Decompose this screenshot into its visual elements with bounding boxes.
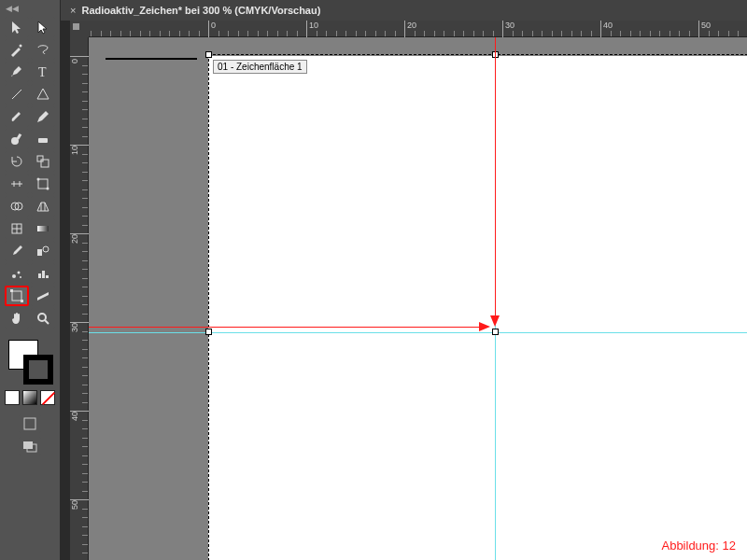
svg-rect-22 [42,271,45,278]
svg-rect-24 [12,291,21,301]
canvas-area[interactable]: 01 - Zeichenfläche 1 Abbildung: 12 [89,37,747,560]
direct-selection-tool[interactable] [31,17,55,37]
panel-gap [61,21,70,560]
svg-rect-23 [46,275,49,278]
svg-point-27 [38,314,46,321]
zoom-tool[interactable] [31,308,55,329]
perspective-grid-tool[interactable] [31,196,55,217]
pencil-tool[interactable] [31,106,55,127]
fill-stroke-swatch[interactable] [7,338,53,385]
pen-tool[interactable] [5,62,29,82]
ruler-v-label: 40 [70,411,89,423]
arrow-right-icon [479,322,490,331]
blend-tool[interactable] [31,241,55,261]
ruler-v-label: 30 [70,322,89,334]
figure-caption: Abbildung: 12 [661,539,736,553]
eyedropper-tool[interactable] [5,241,29,261]
ruler-origin[interactable] [70,21,89,37]
guide-horizontal[interactable] [89,332,747,333]
svg-point-17 [43,246,49,252]
selection-handle-mid-left[interactable] [205,329,212,335]
svg-rect-16 [37,249,42,256]
svg-rect-21 [38,273,41,278]
svg-rect-30 [23,441,33,449]
svg-rect-15 [37,226,49,231]
panel-collapse-icon[interactable]: ◀◀ [6,4,19,13]
svg-rect-26 [21,300,23,302]
color-mode-solid-icon[interactable] [5,390,20,405]
svg-line-2 [12,90,21,99]
color-mode-row [5,390,55,405]
shape-builder-tool[interactable] [5,196,29,217]
screen-mode-button[interactable] [19,437,41,455]
svg-rect-25 [10,289,13,292]
dark-segment [106,58,197,60]
document-tab-title[interactable]: Radioaktiv_Zeichen* bei 300 % (CMYK/Vors… [81,5,320,16]
horizontal-ruler[interactable]: 0102030405060 [89,21,747,37]
type-tool[interactable]: T [31,62,55,82]
tools-panel: ◀◀ T [0,0,61,560]
scale-tool[interactable] [31,151,55,172]
free-transform-tool[interactable] [31,174,55,194]
ruler-h-label: 0 [208,21,216,37]
color-mode-gradient-icon[interactable] [22,390,37,405]
slice-tool[interactable] [31,286,55,306]
paintbrush-tool[interactable] [5,106,29,127]
svg-rect-6 [38,138,48,143]
svg-point-18 [12,274,16,278]
svg-point-19 [18,272,21,274]
ruler-v-label: 50 [70,499,89,511]
eraser-tool[interactable] [31,129,55,149]
svg-point-20 [20,276,21,278]
svg-point-0 [20,45,22,48]
selection-tool[interactable] [5,17,29,37]
svg-rect-7 [37,156,43,161]
svg-rect-29 [24,418,35,429]
symbol-sprayer-tool[interactable] [5,263,29,284]
rotate-tool[interactable] [5,151,29,172]
annotation-arrow-vertical [495,37,496,323]
gradient-tool[interactable] [31,218,55,239]
draw-mode-button[interactable] [19,414,41,433]
svg-line-28 [45,320,49,324]
ruler-v-label: 0 [70,56,89,65]
mesh-tool[interactable] [5,218,29,239]
screen-mode-buttons [19,414,41,455]
shape-tool[interactable] [31,84,55,105]
svg-rect-8 [41,160,49,167]
document-tab-bar: × Radioaktiv_Zeichen* bei 300 % (CMYK/Vo… [61,0,747,21]
svg-rect-9 [38,179,48,189]
svg-point-11 [47,188,49,190]
selection-handle-top-left[interactable] [205,51,212,58]
arrow-down-icon [490,315,500,327]
svg-point-10 [37,178,40,181]
artboard[interactable] [208,56,747,560]
tab-close-icon[interactable]: × [64,5,81,16]
blob-brush-tool[interactable] [5,129,29,149]
tool-grid: T [1,13,59,332]
selection-handle-center[interactable] [492,329,499,335]
line-segment-tool[interactable] [5,84,29,105]
hand-tool[interactable] [5,308,29,329]
lasso-tool[interactable] [31,39,55,60]
artboard-tool[interactable] [5,286,29,306]
ruler-v-label: 20 [70,233,89,245]
artboard-label: 01 - Zeichenfläche 1 [213,60,307,74]
color-mode-none-icon[interactable] [40,390,55,405]
annotation-arrow-horizontal [89,327,485,328]
magic-wand-tool[interactable] [5,39,29,60]
ruler-v-label: 10 [70,145,89,157]
stroke-color-icon[interactable] [23,355,53,385]
width-tool[interactable] [5,174,29,194]
svg-marker-3 [37,89,49,99]
vertical-ruler[interactable]: 0102030405060 [70,37,89,560]
svg-text:T: T [38,65,47,79]
column-graph-tool[interactable] [31,263,55,284]
